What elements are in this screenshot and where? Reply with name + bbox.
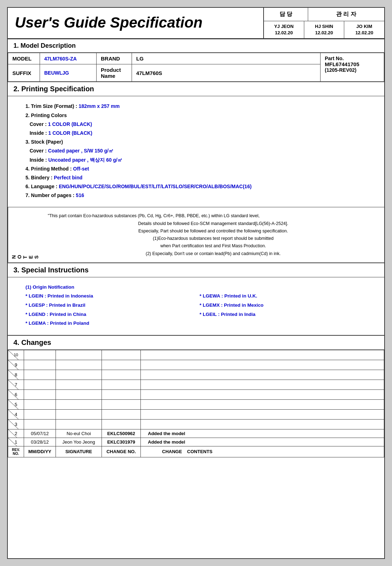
slash-icon <box>8 429 24 438</box>
sig-cell <box>56 409 102 419</box>
label-kanrisha: 관 리 자 <box>308 8 384 21</box>
origin-lgesp: * LGESP : Printed in Brazil <box>25 301 200 310</box>
chno-header: CHANGE NO. <box>102 446 141 457</box>
suffix-label: SUFFIX <box>8 64 40 82</box>
chno-cell <box>102 370 141 380</box>
date-cell <box>24 350 56 360</box>
note-line-0: "This part contain Eco-hazardous substan… <box>48 212 379 220</box>
slash-icon <box>8 400 24 409</box>
model-label: MODEL <box>8 53 40 64</box>
slash-icon <box>8 438 24 446</box>
sig-cell <box>56 399 102 409</box>
contents-header: CHANGE CONTENTS <box>141 446 384 457</box>
slash-icon <box>8 420 24 429</box>
contents-cell: Added the model <box>141 438 384 446</box>
origin-lgend: * LGEND : Printed in China <box>25 310 200 319</box>
notes-section: NOTES "This part contain Eco-hazardous s… <box>8 207 384 263</box>
spec-item-6: Inside : Uncoated paper , 백상지 60 g/㎡ <box>25 156 374 164</box>
svg-line-6 <box>8 410 19 419</box>
date-cell <box>24 360 56 370</box>
sig-cell <box>56 370 102 380</box>
model-table: MODEL 47LM760S-ZA BRAND LG Part No. MFL6… <box>8 53 384 82</box>
section2-title: 2. Printing Specification <box>8 82 384 96</box>
origin-lgema: * LGEMA : Printed in Poland <box>25 319 200 328</box>
origin-lgemx: * LGEMX : Printed in Mexico <box>200 301 374 310</box>
svg-line-7 <box>8 420 19 429</box>
slash-icon <box>8 390 24 399</box>
origin-lgeil: * LGEIL : Printed in India <box>200 310 374 319</box>
spec-item-3: Inside : 1 COLOR (BLACK) <box>25 129 374 138</box>
partno-value: MFL67441705 <box>325 61 359 67</box>
contents-cell: Added the model <box>141 429 384 438</box>
spec-content: 1. Trim Size (Format) : 182mm x 257 mm 2… <box>8 96 384 207</box>
date-cell <box>24 419 56 429</box>
rev-cell: 5 <box>8 399 24 409</box>
date-cell <box>24 399 56 409</box>
svg-line-4 <box>8 390 19 399</box>
slash-icon <box>8 370 24 380</box>
table-header-row: REV.NO. MM/DD/YY SIGNATURE CHANGE NO. CH… <box>8 446 384 457</box>
sig-cell <box>56 419 102 429</box>
origin-lgewa: * LGEWA : Printed in U.K. <box>200 291 374 301</box>
section1-title: 1. Model Description <box>8 39 384 53</box>
table-row: 3 <box>8 419 384 429</box>
label-tantou: 담 당 <box>264 8 308 21</box>
date-header: MM/DD/YY <box>24 446 56 457</box>
brand-label: BRAND <box>97 53 132 64</box>
table-row: 4 <box>8 409 384 419</box>
notes-content: "This part contain Eco-hazardous substan… <box>42 207 384 262</box>
spec-item-7: 4. Printing Method : Off-set <box>25 164 374 173</box>
person-jo-kim: JO KIM 12.02.20 <box>344 21 384 38</box>
person-hj-shin: HJ SHIN 12.02.20 <box>304 21 345 38</box>
chno-cell: EKLC500962 <box>102 429 141 438</box>
slash-icon <box>8 350 24 360</box>
table-row: 1 03/28/12 Jeon Yoo Jeong EKLC301979 Add… <box>8 438 384 446</box>
suffix-value: BEUWLJG <box>40 64 97 82</box>
svg-line-8 <box>8 429 19 438</box>
contents-cell <box>141 350 384 360</box>
chno-cell: EKLC301979 <box>102 438 141 446</box>
sig-cell <box>56 360 102 370</box>
table-row: 5 <box>8 399 384 409</box>
chno-cell <box>102 350 141 360</box>
spec-item-9: 6. Language : ENG/HUN/POL/CZE/SLO/ROM/BU… <box>25 182 374 191</box>
note-line-5: (2) Especially, Don't use or contain lea… <box>48 250 379 258</box>
rev-cell: 10 <box>8 350 24 360</box>
contents-cell <box>141 399 384 409</box>
contents-cell <box>141 419 384 429</box>
spec-item-5: Cover : Coated paper , S/W 150 g/㎡ <box>25 146 374 155</box>
spec-item-10: 7. Number of pages : 516 <box>25 191 374 200</box>
sig-cell: No-eul Choi <box>56 429 102 438</box>
section3-title: 3. Special Instructions <box>8 263 384 277</box>
spec-item-4: 3. Stock (Paper) <box>25 138 374 146</box>
table-row: 6 <box>8 389 384 399</box>
header-right: 담 당 관 리 자 YJ JEON 12.02.20 HJ SHIN 12.02… <box>264 8 384 38</box>
note-line-1: Details should be followed Eco-SCM manag… <box>48 220 379 227</box>
special-cols: * LGEIN : Printed in Indonesia * LGESP :… <box>25 291 374 328</box>
sig-cell: Jeon Yoo Jeong <box>56 438 102 446</box>
table-row: 7 <box>8 380 384 389</box>
svg-line-2 <box>8 370 19 380</box>
header: User's Guide Specification 담 당 관 리 자 YJ … <box>8 8 384 39</box>
rev-cell: 7 <box>8 380 24 389</box>
chno-cell <box>102 380 141 389</box>
notes-label: NOTES <box>8 207 42 262</box>
product-name-label: Product Name <box>97 64 132 82</box>
contents-cell <box>141 360 384 370</box>
date-cell <box>24 370 56 380</box>
origin-lgein: * LGEIN : Printed in Indonesia <box>25 291 200 301</box>
header-persons: YJ JEON 12.02.20 HJ SHIN 12.02.20 JO KIM… <box>264 21 384 38</box>
note-line-4: when Part certification test and First M… <box>48 242 379 250</box>
brand-value: LG <box>132 53 321 64</box>
spec-item-1: 2. Printing Colors <box>25 111 374 120</box>
special-col2: * LGEWA : Printed in U.K. * LGEMX : Prin… <box>200 291 374 328</box>
date-cell: 03/28/12 <box>24 438 56 446</box>
contents-cell <box>141 389 384 399</box>
svg-line-5 <box>8 400 19 409</box>
sig-cell <box>56 380 102 389</box>
rev-cell: 2 <box>8 429 24 438</box>
date-cell: 05/07/12 <box>24 429 56 438</box>
contents-cell <box>141 380 384 389</box>
rev-cell: 8 <box>8 370 24 380</box>
sig-header: SIGNATURE <box>56 446 102 457</box>
